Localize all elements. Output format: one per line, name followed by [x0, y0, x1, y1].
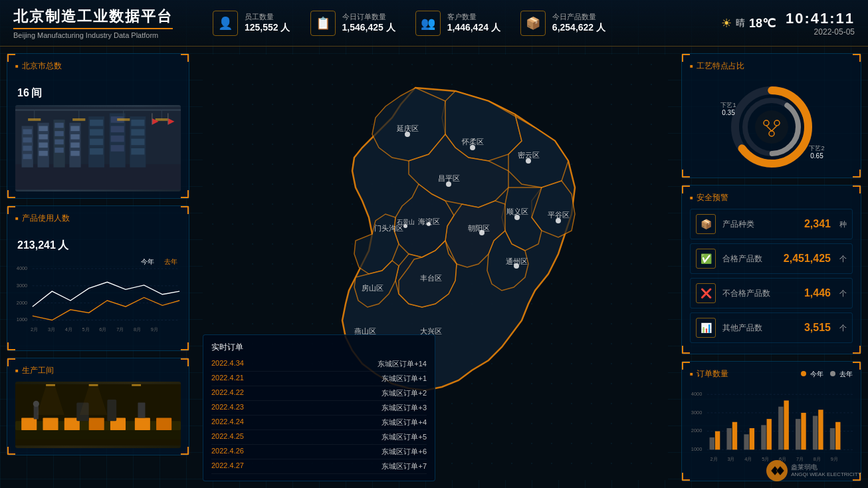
svg-rect-8: [39, 126, 47, 131]
svg-rect-145: [778, 407, 783, 450]
product-users-title: 产品使用人数: [15, 213, 181, 224]
svg-text:3000: 3000: [17, 283, 27, 289]
header: 北京制造工业数据平台 Beijing Manufacturing Industr…: [0, 0, 868, 47]
svg-rect-4: [23, 138, 31, 143]
svg-rect-70: [43, 418, 58, 430]
product-users-count: 213,241人: [15, 229, 181, 254]
safety-row-unit-0: 种: [839, 219, 847, 229]
svg-text:1000: 1000: [691, 446, 702, 452]
right-panel: 工艺特点占比: [675, 47, 868, 488]
svg-rect-143: [761, 425, 766, 449]
svg-rect-146: [784, 400, 788, 449]
svg-rect-150: [818, 410, 823, 449]
order-desc-7: 东城区订单+7: [381, 461, 427, 471]
stat-value-employees: 125,552 人: [245, 22, 290, 34]
safety-row-label-2: 不合格产品数: [722, 288, 798, 299]
donut-container: 下艺1 0.35 下艺2 0.65: [690, 77, 853, 170]
order-row-5: 2022.4.25 东城区订单+5: [211, 430, 427, 445]
header-title: 北京制造工业数据平台 Beijing Manufacturing Industr…: [13, 7, 173, 39]
legend-this-dot: [801, 371, 806, 376]
stat-label-daily_products: 今日产品数量: [552, 12, 605, 22]
svg-text:顺义区: 顺义区: [506, 207, 528, 215]
safety-row-icon-0: 📦: [696, 214, 716, 234]
svg-text:密云区: 密云区: [518, 151, 540, 159]
stat-value-daily_products: 6,254,622 人: [552, 22, 605, 34]
svg-text:下艺2: 下艺2: [809, 145, 824, 152]
svg-rect-68: [15, 430, 181, 439]
stat-icon-employees: 👤: [213, 11, 238, 36]
safety-row-2: ❌ 不合格产品数 1,446 个: [690, 278, 853, 308]
order-row-7: 2022.4.27 东城区订单+7: [211, 459, 427, 474]
svg-rect-15: [54, 140, 63, 145]
order-desc-6: 东城区订单+6: [381, 447, 427, 457]
svg-point-113: [514, 263, 519, 269]
order-desc-1: 东城区订单+1: [381, 374, 427, 384]
order-date-1: 2022.4.21: [211, 374, 244, 384]
brand-watermark: 盎莱弱电 ANGQI WEAK ELECTRICITY: [766, 460, 861, 481]
svg-text:怀柔区: 怀柔区: [461, 138, 484, 146]
stat-label-employees: 员工数量: [245, 12, 290, 22]
svg-rect-69: [21, 418, 37, 430]
brand-text: 盎莱弱电 ANGQI WEAK ELECTRICITY: [791, 463, 861, 478]
stat-info-daily_orders: 今日订单数量 1,546,425 人: [342, 12, 395, 34]
svg-text:4000: 4000: [17, 265, 27, 271]
svg-rect-148: [801, 413, 806, 449]
svg-point-104: [405, 132, 410, 137]
left-panel: 北京市总数 16间: [0, 47, 196, 488]
safety-row-icon-1: ✅: [696, 249, 716, 269]
safety-rows: 📦 产品种类 2,341 种 ✅ 合格产品数 2,451,425 个 ❌ 不合格…: [690, 209, 853, 343]
stat-icon-customers: 👥: [415, 11, 441, 36]
safety-row-1: ✅ 合格产品数 2,451,425 个: [690, 243, 853, 274]
svg-rect-147: [796, 419, 800, 449]
safety-title: 安全预警: [690, 192, 853, 203]
svg-text:3月: 3月: [727, 456, 734, 462]
order-desc-0: 东城区订单+14: [378, 359, 427, 369]
svg-rect-142: [750, 428, 754, 449]
stat-info-employees: 员工数量 125,552 人: [245, 12, 290, 34]
order-desc-5: 东城区订单+5: [381, 432, 427, 442]
svg-rect-74: [135, 418, 150, 430]
svg-rect-80: [138, 403, 145, 418]
beijing-total-count: 16间: [15, 77, 181, 102]
svg-rect-11: [39, 151, 47, 156]
stat-label-daily_orders: 今日订单数量: [342, 12, 395, 22]
svg-text:平谷区: 平谷区: [548, 211, 570, 219]
svg-rect-139: [726, 428, 731, 449]
safety-row-0: 📦 产品种类 2,341 种: [690, 209, 853, 239]
main-title: 北京制造工业数据平台: [13, 7, 173, 27]
craft-title: 工艺特点占比: [690, 61, 853, 72]
svg-rect-34: [131, 129, 144, 136]
safety-row-unit-2: 个: [839, 289, 847, 299]
order-row-3: 2022.4.23 东城区订单+3: [211, 401, 427, 416]
stat-value-customers: 1,446,424 人: [447, 22, 500, 34]
svg-rect-23: [90, 120, 103, 126]
svg-text:4月: 4月: [744, 456, 752, 462]
header-stats: 👤 员工数量 125,552 人 📋 今日订单数量 1,546,425 人 👥 …: [213, 11, 721, 36]
legend-last-dot: [830, 371, 835, 376]
svg-rect-20: [70, 142, 79, 148]
svg-rect-82: [89, 384, 98, 386]
svg-text:0.35: 0.35: [722, 109, 735, 116]
order-row-6: 2022.4.26 东城区订单+6: [211, 445, 427, 459]
svg-rect-3: [23, 129, 31, 134]
header-weather: ☀ 晴 18℃ 10:41:11 2022-05-05: [721, 10, 855, 37]
svg-rect-6: [23, 154, 31, 160]
svg-text:2000: 2000: [17, 300, 27, 306]
safety-section: 安全预警 📦 产品种类 2,341 种 ✅ 合格产品数 2,451,425 个 …: [681, 185, 861, 354]
svg-text:房山区: 房山区: [362, 284, 383, 292]
safety-row-value-2: 1,446: [804, 287, 831, 299]
svg-rect-31: [111, 145, 124, 152]
order-row-1: 2022.4.21 东城区订单+1: [211, 372, 427, 386]
svg-rect-83: [132, 384, 141, 386]
stat-info-customers: 客户数量 1,446,424 人: [447, 12, 500, 34]
order-date-3: 2022.4.23: [211, 403, 244, 413]
stat-daily_products: 📦 今日产品数量 6,254,622 人: [520, 11, 605, 36]
beijing-total-title: 北京市总数: [15, 61, 181, 72]
weather-condition: 晴: [736, 17, 745, 29]
bar-legend: 今年 去年: [801, 370, 853, 379]
svg-rect-152: [835, 422, 840, 450]
product-users-chart: 今年 去年 4000 3000 2000 1000: [15, 257, 181, 344]
svg-rect-18: [70, 126, 79, 131]
orders-title: 实时订单: [211, 342, 427, 353]
svg-text:2月: 2月: [31, 326, 38, 332]
